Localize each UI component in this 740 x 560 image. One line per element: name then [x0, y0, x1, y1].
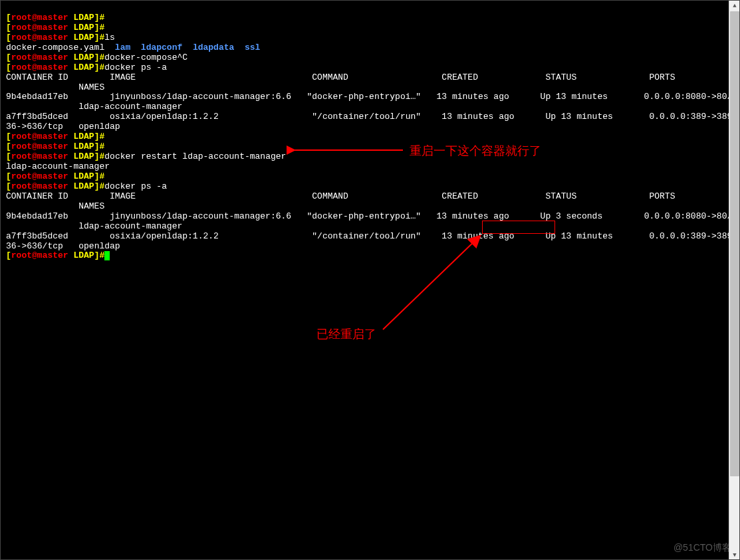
prompt-line: [root@master LDAP]#	[6, 23, 104, 33]
prompt-line: [root@master LDAP]#	[6, 52, 104, 62]
prompt-line: [root@master LDAP]#	[6, 141, 104, 151]
prompt-line: [root@master LDAP]#	[6, 132, 104, 141]
scrollbar-up-icon[interactable]: ▲	[729, 1, 740, 11]
ps-header-names: NAMES	[6, 201, 104, 211]
prompt-line: [root@master LDAP]#	[6, 33, 104, 43]
ls-output-file: docker-compose.yaml	[6, 43, 104, 52]
prompt-line: [root@master LDAP]#	[6, 250, 104, 260]
terminal-output[interactable]: [root@master LDAP]# [root@master LDAP]# …	[1, 1, 739, 264]
prompt-line: [root@master LDAP]#	[6, 13, 104, 23]
ps-row: 9b4ebdad17eb jinyunboss/ldap-account-man…	[6, 92, 740, 102]
ps-row-wrap: 36->636/tcp openldap	[6, 122, 120, 132]
ps-row-wrap: 36->636/tcp openldap	[6, 241, 120, 251]
ls-dir: ldapconf	[141, 43, 182, 52]
scrollbar-thumb[interactable]	[730, 11, 739, 476]
restart-command: docker restart ldap-account-manager	[104, 151, 286, 161]
prompt-line: [root@master LDAP]#	[6, 171, 104, 181]
restarted-annotation: 已经重启了	[316, 326, 376, 342]
cursor	[104, 251, 110, 260]
ps-row-names: ldap-account-manager	[6, 102, 182, 112]
ps-header: CONTAINER ID IMAGE COMMAND CREATED STATU…	[6, 191, 675, 201]
scrollbar[interactable]: ▲ ▼	[729, 1, 739, 560]
watermark: @51CTO博客	[674, 542, 731, 554]
compose-command: docker-compose^C	[104, 52, 187, 62]
prompt-line: [root@master LDAP]#	[6, 151, 104, 161]
ps-row: 9b4ebdad17eb jinyunboss/ldap-account-man…	[6, 211, 740, 221]
ps-row-names: ldap-account-manager	[6, 221, 182, 231]
ps-command: docker ps -a	[104, 62, 167, 72]
ps-header-names: NAMES	[6, 82, 104, 92]
scrollbar-down-icon[interactable]: ▼	[729, 550, 740, 560]
ls-dir: ssl	[245, 43, 260, 52]
ps-header: CONTAINER ID IMAGE COMMAND CREATED STATU…	[6, 72, 675, 82]
ps-row: a7ff3bd5dced osixia/openldap:1.2.2 "/con…	[6, 112, 740, 122]
ls-dir: lam	[115, 43, 130, 52]
ls-command: ls	[104, 33, 115, 43]
ps-command-2: docker ps -a	[104, 181, 167, 191]
restart-annotation: 重启一下这个容器就行了	[410, 143, 541, 159]
prompt-line: [root@master LDAP]#	[6, 181, 104, 191]
ls-dir: ldapdata	[193, 43, 234, 52]
restart-output: ldap-account-manager	[6, 161, 110, 171]
prompt-line: [root@master LDAP]#	[6, 62, 104, 72]
ps-row: a7ff3bd5dced osixia/openldap:1.2.2 "/con…	[6, 231, 740, 241]
